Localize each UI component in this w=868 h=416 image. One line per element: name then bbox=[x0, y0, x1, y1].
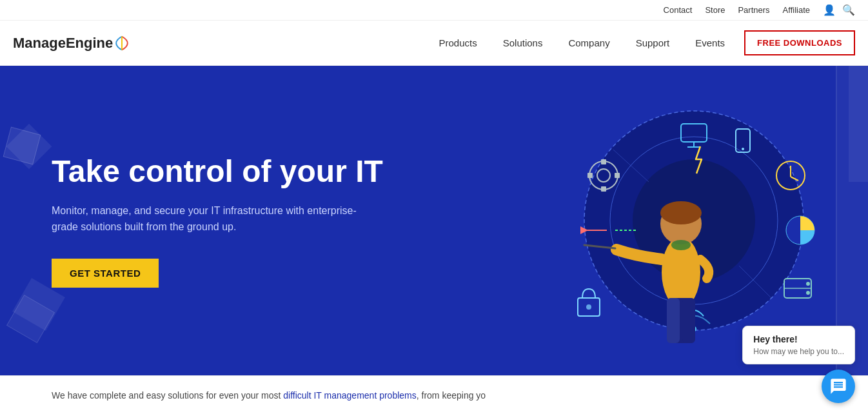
hero-svg bbox=[507, 85, 842, 356]
logo[interactable]: ManageEngine bbox=[13, 35, 130, 52]
chat-widget: Hey there! How may we help you to... bbox=[742, 326, 855, 403]
nav-events[interactable]: Events bbox=[695, 37, 725, 48]
nav-products[interactable]: Products bbox=[439, 37, 477, 48]
svg-point-16 bbox=[806, 291, 810, 295]
user-icon[interactable]: 👤 bbox=[823, 4, 836, 16]
top-bar: Contact Store Partners Affiliate 👤 🔍 bbox=[0, 0, 868, 21]
svg-rect-24 bbox=[601, 159, 606, 164]
decor-square-top-left bbox=[3, 127, 41, 165]
nav-links: Products Solutions Company Support Event… bbox=[439, 37, 725, 49]
get-started-button[interactable]: GET STARTED bbox=[52, 259, 159, 288]
main-nav: ManageEngine Products Solutions Company … bbox=[0, 21, 868, 66]
bottom-text: We have complete and easy solutions for … bbox=[52, 390, 486, 401]
contact-link[interactable]: Contact bbox=[664, 5, 693, 15]
decor-square-bottom-left bbox=[6, 295, 55, 343]
partners-link[interactable]: Partners bbox=[738, 5, 769, 15]
hero-content: Take control of your IT Monitor, manage,… bbox=[52, 154, 383, 287]
hero-illustration bbox=[507, 85, 842, 356]
svg-rect-27 bbox=[615, 173, 620, 178]
svg-rect-25 bbox=[601, 186, 606, 192]
right-decor-strip bbox=[849, 66, 868, 182]
svg-point-37 bbox=[671, 240, 691, 250]
chat-bubble-title: Hey there! bbox=[753, 334, 844, 344]
chat-icon bbox=[829, 377, 847, 395]
logo-arc-icon bbox=[114, 35, 130, 51]
nav-company[interactable]: Company bbox=[568, 37, 609, 48]
hero-title: Take control of your IT bbox=[52, 154, 383, 189]
logo-text: ManageEngine bbox=[13, 35, 113, 52]
store-link[interactable]: Store bbox=[705, 5, 725, 15]
svg-point-8 bbox=[742, 148, 744, 150]
svg-rect-34 bbox=[667, 298, 680, 343]
nav-support[interactable]: Support bbox=[636, 37, 670, 48]
svg-point-32 bbox=[660, 201, 702, 224]
bottom-bar: We have complete and easy solutions for … bbox=[0, 375, 868, 414]
hero-section: Take control of your IT Monitor, manage,… bbox=[0, 66, 868, 375]
search-icon[interactable]: 🔍 bbox=[842, 4, 855, 16]
svg-rect-35 bbox=[682, 298, 695, 343]
chat-bubble: Hey there! How may we help you to... bbox=[742, 326, 855, 364]
affiliate-link[interactable]: Affiliate bbox=[783, 5, 810, 15]
chat-bubble-subtitle: How may we help you to... bbox=[753, 347, 844, 356]
svg-rect-26 bbox=[587, 173, 593, 178]
svg-point-19 bbox=[586, 304, 591, 310]
hero-subtitle: Monitor, manage, and secure your IT infr… bbox=[52, 203, 361, 235]
highlight-text: difficult IT management problems bbox=[283, 390, 416, 401]
nav-solutions[interactable]: Solutions bbox=[503, 37, 543, 48]
chat-open-button[interactable] bbox=[822, 370, 855, 403]
free-downloads-button[interactable]: FREE DOWNLOADS bbox=[744, 30, 855, 55]
svg-point-15 bbox=[806, 282, 810, 286]
